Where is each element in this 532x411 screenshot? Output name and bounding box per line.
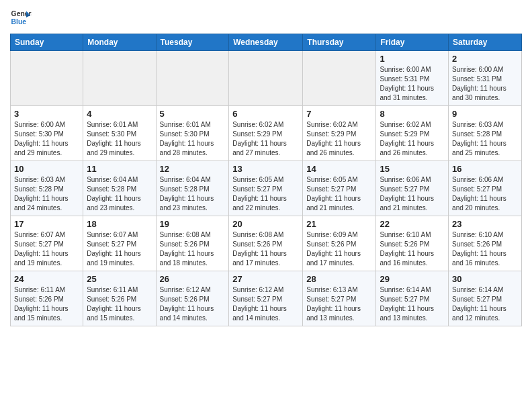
calendar-table: SundayMondayTuesdayWednesdayThursdayFrid… [10,34,522,326]
weekday-header: Monday [83,34,156,51]
day-info: Sunrise: 6:05 AM Sunset: 5:27 PM Dayligh… [232,175,299,213]
day-number: 30 [452,274,518,284]
day-number: 3 [14,109,79,119]
day-number: 19 [160,219,226,229]
day-number: 21 [306,219,372,229]
day-number: 27 [232,274,299,284]
calendar-day-cell: 7Sunrise: 6:02 AM Sunset: 5:29 PM Daylig… [303,106,376,161]
day-info: Sunrise: 6:08 AM Sunset: 5:26 PM Dayligh… [160,230,226,268]
calendar-day-cell: 2Sunrise: 6:00 AM Sunset: 5:31 PM Daylig… [449,51,522,106]
day-number: 24 [14,274,79,284]
calendar-day-cell: 6Sunrise: 6:02 AM Sunset: 5:29 PM Daylig… [229,106,303,161]
calendar-day-cell: 14Sunrise: 6:05 AM Sunset: 5:27 PM Dayli… [303,161,376,216]
calendar-day-cell: 25Sunrise: 6:11 AM Sunset: 5:26 PM Dayli… [83,271,156,326]
calendar-week-row: 3Sunrise: 6:00 AM Sunset: 5:30 PM Daylig… [11,106,522,161]
svg-text:Blue: Blue [11,18,27,26]
day-number: 2 [452,54,518,64]
weekday-header: Tuesday [156,34,229,51]
day-number: 6 [232,109,299,119]
day-info: Sunrise: 6:06 AM Sunset: 5:27 PM Dayligh… [380,175,445,213]
calendar-week-row: 17Sunrise: 6:07 AM Sunset: 5:27 PM Dayli… [11,216,522,271]
calendar-day-cell [229,51,303,106]
day-info: Sunrise: 6:02 AM Sunset: 5:29 PM Dayligh… [232,120,299,158]
calendar-day-cell [83,51,156,106]
calendar-header: SundayMondayTuesdayWednesdayThursdayFrid… [11,34,522,51]
day-info: Sunrise: 6:14 AM Sunset: 5:27 PM Dayligh… [380,285,445,323]
day-info: Sunrise: 6:00 AM Sunset: 5:31 PM Dayligh… [380,65,445,103]
day-info: Sunrise: 6:06 AM Sunset: 5:27 PM Dayligh… [452,175,518,213]
calendar-day-cell: 17Sunrise: 6:07 AM Sunset: 5:27 PM Dayli… [11,216,83,271]
calendar-day-cell: 22Sunrise: 6:10 AM Sunset: 5:26 PM Dayli… [376,216,449,271]
calendar-day-cell: 9Sunrise: 6:03 AM Sunset: 5:28 PM Daylig… [449,106,522,161]
calendar-day-cell: 28Sunrise: 6:13 AM Sunset: 5:27 PM Dayli… [303,271,376,326]
day-info: Sunrise: 6:01 AM Sunset: 5:30 PM Dayligh… [160,120,226,158]
day-info: Sunrise: 6:10 AM Sunset: 5:26 PM Dayligh… [452,230,518,268]
calendar-day-cell: 26Sunrise: 6:12 AM Sunset: 5:26 PM Dayli… [156,271,229,326]
logo-icon: General Blue [10,7,32,28]
weekday-header: Thursday [303,34,376,51]
calendar-day-cell: 13Sunrise: 6:05 AM Sunset: 5:27 PM Dayli… [229,161,303,216]
day-number: 11 [87,164,152,174]
calendar-day-cell: 30Sunrise: 6:14 AM Sunset: 5:27 PM Dayli… [449,271,522,326]
day-info: Sunrise: 6:07 AM Sunset: 5:27 PM Dayligh… [14,230,79,268]
weekday-header: Saturday [449,34,522,51]
calendar-day-cell: 3Sunrise: 6:00 AM Sunset: 5:30 PM Daylig… [11,106,83,161]
day-number: 10 [14,164,79,174]
calendar-day-cell: 18Sunrise: 6:07 AM Sunset: 5:27 PM Dayli… [83,216,156,271]
day-info: Sunrise: 6:09 AM Sunset: 5:26 PM Dayligh… [306,230,372,268]
day-info: Sunrise: 6:12 AM Sunset: 5:27 PM Dayligh… [232,285,299,323]
calendar-day-cell [303,51,376,106]
calendar-day-cell [156,51,229,106]
day-info: Sunrise: 6:02 AM Sunset: 5:29 PM Dayligh… [380,120,445,158]
day-info: Sunrise: 6:00 AM Sunset: 5:30 PM Dayligh… [14,120,79,158]
day-number: 15 [380,164,445,174]
calendar-day-cell: 5Sunrise: 6:01 AM Sunset: 5:30 PM Daylig… [156,106,229,161]
calendar-day-cell: 16Sunrise: 6:06 AM Sunset: 5:27 PM Dayli… [449,161,522,216]
calendar-day-cell: 19Sunrise: 6:08 AM Sunset: 5:26 PM Dayli… [156,216,229,271]
day-number: 26 [160,274,226,284]
page-header: General Blue [10,7,522,28]
day-number: 22 [380,219,445,229]
day-info: Sunrise: 6:00 AM Sunset: 5:31 PM Dayligh… [452,65,518,103]
day-info: Sunrise: 6:03 AM Sunset: 5:28 PM Dayligh… [452,120,518,158]
calendar-day-cell: 29Sunrise: 6:14 AM Sunset: 5:27 PM Dayli… [376,271,449,326]
day-number: 1 [380,54,445,64]
calendar-day-cell: 11Sunrise: 6:04 AM Sunset: 5:28 PM Dayli… [83,161,156,216]
calendar-day-cell: 23Sunrise: 6:10 AM Sunset: 5:26 PM Dayli… [449,216,522,271]
calendar-day-cell [11,51,83,106]
calendar-day-cell: 12Sunrise: 6:04 AM Sunset: 5:28 PM Dayli… [156,161,229,216]
calendar-week-row: 24Sunrise: 6:11 AM Sunset: 5:26 PM Dayli… [11,271,522,326]
day-info: Sunrise: 6:04 AM Sunset: 5:28 PM Dayligh… [160,175,226,213]
calendar-day-cell: 20Sunrise: 6:08 AM Sunset: 5:26 PM Dayli… [229,216,303,271]
day-number: 16 [452,164,518,174]
calendar-day-cell: 27Sunrise: 6:12 AM Sunset: 5:27 PM Dayli… [229,271,303,326]
day-number: 8 [380,109,445,119]
day-number: 18 [87,219,152,229]
day-info: Sunrise: 6:14 AM Sunset: 5:27 PM Dayligh… [452,285,518,323]
day-info: Sunrise: 6:04 AM Sunset: 5:28 PM Dayligh… [87,175,152,213]
calendar-day-cell: 4Sunrise: 6:01 AM Sunset: 5:30 PM Daylig… [83,106,156,161]
day-number: 4 [87,109,152,119]
day-number: 12 [160,164,226,174]
day-number: 14 [306,164,372,174]
weekday-header: Wednesday [229,34,303,51]
day-info: Sunrise: 6:11 AM Sunset: 5:26 PM Dayligh… [14,285,79,323]
calendar-day-cell: 24Sunrise: 6:11 AM Sunset: 5:26 PM Dayli… [11,271,83,326]
calendar-day-cell: 21Sunrise: 6:09 AM Sunset: 5:26 PM Dayli… [303,216,376,271]
weekday-header: Sunday [11,34,83,51]
day-info: Sunrise: 6:05 AM Sunset: 5:27 PM Dayligh… [306,175,372,213]
calendar-day-cell: 8Sunrise: 6:02 AM Sunset: 5:29 PM Daylig… [376,106,449,161]
calendar-week-row: 10Sunrise: 6:03 AM Sunset: 5:28 PM Dayli… [11,161,522,216]
day-number: 20 [232,219,299,229]
day-number: 13 [232,164,299,174]
calendar-week-row: 1Sunrise: 6:00 AM Sunset: 5:31 PM Daylig… [11,51,522,106]
day-info: Sunrise: 6:11 AM Sunset: 5:26 PM Dayligh… [87,285,152,323]
day-number: 17 [14,219,79,229]
weekday-header: Friday [376,34,449,51]
day-info: Sunrise: 6:03 AM Sunset: 5:28 PM Dayligh… [14,175,79,213]
calendar-day-cell: 10Sunrise: 6:03 AM Sunset: 5:28 PM Dayli… [11,161,83,216]
day-info: Sunrise: 6:01 AM Sunset: 5:30 PM Dayligh… [87,120,152,158]
day-info: Sunrise: 6:08 AM Sunset: 5:26 PM Dayligh… [232,230,299,268]
day-info: Sunrise: 6:07 AM Sunset: 5:27 PM Dayligh… [87,230,152,268]
day-info: Sunrise: 6:10 AM Sunset: 5:26 PM Dayligh… [380,230,445,268]
